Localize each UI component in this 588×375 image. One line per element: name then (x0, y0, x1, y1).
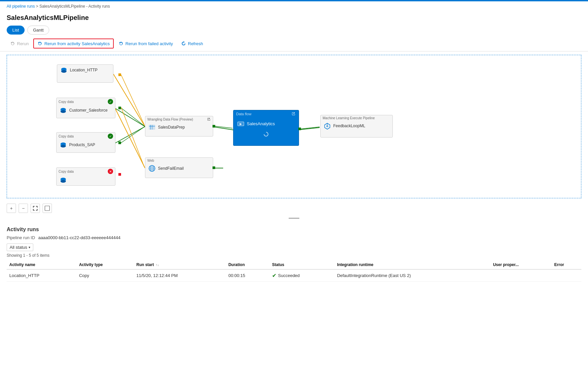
svg-line-4 (212, 127, 233, 130)
table-row[interactable]: Location_HTTP Copy 11/5/20, 12:12:44 PM … (7, 269, 581, 282)
zoom-in-button[interactable]: + (7, 204, 16, 213)
breadcrumb-separator: > (36, 4, 39, 9)
svg-point-16 (61, 145, 66, 147)
svg-line-44 (121, 107, 144, 167)
http-icon (60, 66, 68, 74)
svg-line-42 (121, 108, 144, 126)
breadcrumb: All pipeline runs > SalesAnalyticsMLPipe… (0, 1, 588, 11)
zoom-out-button[interactable]: − (19, 204, 28, 213)
cell-run-start: 11/5/20, 12:12:44 PM (134, 269, 226, 282)
node-header-customer: Copy data ✓ (57, 98, 115, 105)
node-body-ml: FeedbackLoopML (321, 121, 392, 132)
page-title: SalesAnalyticsMLPipeline (0, 11, 588, 26)
rerun-from-failed-button[interactable]: Rerun from failed activity (115, 39, 176, 48)
success-check-icon: ✔ (272, 272, 276, 279)
status-filter-dropdown[interactable]: All status ▾ (7, 243, 33, 251)
breadcrumb-link[interactable]: All pipeline runs (7, 4, 35, 9)
node-body-copy3 (57, 175, 115, 186)
col-run-start: Run start ↑↓ (134, 260, 226, 269)
dataflow-icon (237, 120, 245, 128)
svg-rect-37 (118, 173, 121, 176)
svg-line-5 (298, 128, 320, 130)
activity-runs-section: Activity runs Pipeline run ID aaaa0000-b… (0, 221, 588, 282)
node-location-http[interactable]: Location_HTTP (57, 64, 113, 83)
node-header-ml: Machine Learning Execute Pipeline (321, 115, 392, 121)
node-feedback-loop-ml[interactable]: Machine Learning Execute Pipeline Feedba… (320, 115, 393, 138)
cell-error (552, 269, 581, 282)
col-activity-name: Activity name (7, 260, 76, 269)
rerun-failed-icon (118, 41, 124, 46)
svg-point-10 (61, 70, 67, 73)
status-success-products: ✓ (108, 134, 113, 139)
node-header-web: Web (145, 158, 213, 163)
col-user-properties: User proper... (490, 260, 551, 269)
rerun-from-activity-button[interactable]: Rerun from activity SalesAnalytics (33, 39, 114, 48)
svg-line-2 (115, 127, 145, 143)
col-activity-type: Activity type (76, 260, 134, 269)
svg-line-43 (121, 127, 144, 143)
node-body-wrangling: SalesDataPrep (145, 122, 213, 133)
refresh-button[interactable]: Refresh (178, 39, 207, 48)
node-header-copy3: Copy data ✕ (57, 168, 115, 175)
svg-line-45 (215, 126, 232, 128)
fit-to-screen-button[interactable] (31, 204, 40, 213)
col-status: Status (269, 260, 334, 269)
col-error: Error (552, 260, 581, 269)
filter-row: All status ▾ (7, 243, 581, 251)
node-products-sap[interactable]: Copy data ✓ Products_SAP (56, 132, 115, 153)
panel-separator[interactable] (0, 215, 588, 221)
chevron-down-icon: ▾ (29, 245, 30, 249)
run-id-label: Pipeline run ID (7, 235, 35, 240)
tab-gantt[interactable]: Gantt (27, 26, 49, 35)
status-cell: ✔ Succeeded (272, 272, 332, 279)
svg-rect-35 (118, 107, 121, 109)
node-customer-salesforce[interactable]: Copy data ✓ Customer_Salesforce (56, 98, 115, 118)
tab-list[interactable]: List (7, 26, 25, 35)
node-body-dataflow: SalesAnalytics (233, 118, 299, 130)
products-sap-label: Products_SAP (69, 142, 95, 147)
external-link-icon (207, 117, 211, 121)
status-success-customer: ✓ (108, 99, 113, 104)
canvas-controls: + − (0, 202, 588, 215)
node-header-dataflow: Data flow (233, 110, 299, 118)
node-sales-data-prep[interactable]: Wrangling Data Flow (Preview) SalesDataP… (145, 116, 213, 137)
node-copy-data-3[interactable]: Copy data ✕ (56, 167, 115, 186)
cell-duration: 00:00:15 (226, 269, 269, 282)
cell-activity-type: Copy (76, 269, 134, 282)
activity-runs-table: Activity name Activity type Run start ↑↓… (7, 260, 581, 282)
svg-point-32 (326, 125, 328, 127)
svg-rect-36 (118, 141, 121, 144)
svg-rect-34 (118, 73, 121, 76)
action-bar: Rerun Rerun from activity SalesAnalytics… (0, 37, 588, 51)
dataflow-spinner (233, 130, 299, 139)
svg-line-41 (121, 75, 144, 125)
pipeline-canvas-area: Location_HTTP Copy data ✓ Customer_Sales… (7, 55, 581, 198)
node-send-fail-email[interactable]: Web SendFailEmail (145, 157, 213, 178)
svg-point-19 (61, 180, 66, 183)
rerun-button[interactable]: Rerun (7, 39, 32, 48)
send-fail-email-label: SendFailEmail (158, 166, 184, 171)
web-icon (148, 164, 156, 172)
node-sales-analytics[interactable]: Data flow SalesAnalytics (233, 110, 299, 146)
sales-analytics-label: SalesAnalytics (247, 121, 275, 126)
activity-runs-title: Activity runs (7, 227, 581, 233)
node-body-customer: Customer_Salesforce (57, 105, 115, 116)
node-body-products: Products_SAP (57, 140, 115, 151)
cell-status: ✔ Succeeded (269, 269, 334, 282)
svg-line-0 (113, 74, 145, 127)
select-tool-button[interactable] (43, 204, 52, 213)
db-icon-products (59, 141, 67, 149)
node-header-wrangling: Wrangling Data Flow (Preview) (145, 116, 213, 122)
status-text: Succeeded (278, 273, 300, 278)
ml-icon (323, 122, 331, 130)
refresh-icon (181, 41, 186, 46)
showing-text: Showing 1 - 5 of 5 items (7, 253, 581, 258)
customer-salesforce-label: Customer_Salesforce (69, 108, 107, 113)
feedback-loop-ml-label: FeedbackLoopML (333, 124, 365, 128)
cell-user-properties (490, 269, 551, 282)
external-link-icon-blue (291, 112, 296, 116)
svg-line-1 (115, 108, 145, 127)
sort-icon[interactable]: ↑↓ (156, 263, 159, 267)
db-icon-copy3 (59, 176, 67, 184)
svg-rect-20 (149, 125, 155, 130)
